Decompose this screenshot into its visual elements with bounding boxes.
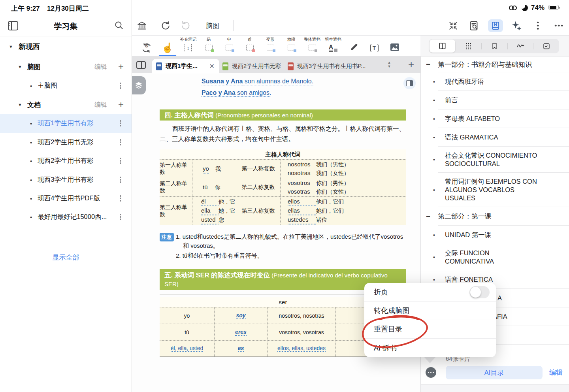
- split-view-icon[interactable]: [136, 61, 146, 69]
- segment-handwriting[interactable]: [508, 39, 533, 53]
- tab-doc-1-active[interactable]: 现西1学生... ✕: [152, 59, 219, 74]
- collapse-fullscreen-icon[interactable]: [448, 21, 458, 30]
- menu-item-convert-to-mindmap[interactable]: 转化成脑图: [364, 302, 496, 320]
- toc-item[interactable]: •语法 GRAMATICA: [421, 128, 569, 147]
- more-icon[interactable]: [120, 122, 121, 124]
- toc-label: 常用词汇例句 EJEMPLOS CON ALGUNOS VOCABLOS USU…: [445, 177, 540, 202]
- sidebar-item-doc-2[interactable]: • 现西2学生用书无彩: [0, 133, 132, 152]
- toc-item[interactable]: •字母表 ALFABETO: [421, 109, 569, 128]
- more-vertical-icon[interactable]: [537, 24, 539, 26]
- segment-bookmarks[interactable]: [482, 39, 507, 53]
- toc-section-1[interactable]: − 第一部分：书籍介绍与基础知识: [421, 57, 569, 72]
- annotation-toolbar: ⚙ ☝ 补充笔记 ↕ 易 中 难 变形 放缩: [132, 36, 420, 57]
- cell-subject: vosotros, vosotras: [279, 329, 324, 335]
- segment-card-grid[interactable]: [456, 39, 482, 53]
- collapse-icon[interactable]: −: [426, 212, 438, 221]
- toc-item[interactable]: •社会文化常识 CONOCIMIENTO SOCIOCULTURAL: [421, 147, 569, 173]
- tab-doc-3[interactable]: 现西3学生用书有彩: [284, 59, 341, 74]
- sidebar-group-documents[interactable]: ▼ 文档 编辑 +: [0, 95, 132, 114]
- more-icon[interactable]: [120, 85, 121, 87]
- segment-toc-book[interactable]: [430, 40, 455, 53]
- cell-zh: 他，它: [219, 198, 235, 206]
- more-icon[interactable]: [120, 141, 121, 143]
- menu-item-reset-toc[interactable]: 重置目录: [364, 320, 496, 339]
- sidebar-node-root[interactable]: ▼ 新现西: [0, 37, 132, 56]
- squiggle-icon: [516, 41, 525, 51]
- chevron-down-icon[interactable]: ▼: [18, 102, 22, 107]
- page-split-button[interactable]: [403, 77, 416, 89]
- close-icon[interactable]: ✕: [209, 62, 215, 70]
- toc-edit-button[interactable]: 编辑: [549, 368, 563, 377]
- status-time: 上午 9:27: [11, 4, 40, 13]
- pdf-sentence-2: Paco y Ana son amigos.: [202, 89, 271, 96]
- add-tab-button[interactable]: +: [408, 58, 414, 71]
- book-panel-icon-selected[interactable]: [488, 19, 503, 32]
- cell-zh: 我们（女性）: [316, 169, 349, 177]
- ai-sparkle-icon[interactable]: [511, 20, 522, 31]
- toc-label: 现代西班牙语: [445, 77, 484, 86]
- undo-icon[interactable]: [160, 20, 171, 31]
- more-horizontal-icon[interactable]: [558, 24, 560, 26]
- more-icon[interactable]: [120, 198, 121, 199]
- menu-item-fold-page[interactable]: 折页: [364, 283, 496, 302]
- more-icon[interactable]: [120, 179, 121, 181]
- selected-tool-indicator: [159, 55, 176, 56]
- cell-zh: 她，它: [219, 207, 235, 215]
- bullet-icon: •: [30, 139, 32, 146]
- toc-item[interactable]: •交际 FUNCION COMUNICATIVA: [421, 244, 569, 270]
- sidebar: 学习集 ▼ 新现西 ▼ 脑图 编辑 + • 主脑图 ▼ 文档 编辑 + •: [0, 16, 132, 392]
- image-tool[interactable]: [382, 37, 407, 54]
- segment-notes[interactable]: [533, 39, 559, 53]
- more-icon[interactable]: [120, 216, 121, 218]
- image-icon: [390, 43, 399, 53]
- chevron-down-icon[interactable]: ▼: [18, 64, 22, 69]
- sidebar-item-doc-4[interactable]: • 现西3学生用书有彩: [0, 170, 132, 189]
- table-row: 第一人称单数 yo我 第一人称复数 nosotros我们（男性） nosotra…: [160, 160, 406, 178]
- edit-documents-button[interactable]: 编辑: [94, 101, 107, 109]
- add-mindmap-button[interactable]: +: [118, 62, 124, 72]
- sidebar-item-doc-3[interactable]: • 现西2学生用书有彩: [0, 151, 132, 170]
- show-all-button[interactable]: 显示全部: [0, 253, 132, 262]
- search-icon[interactable]: [114, 21, 124, 32]
- toc-section-2[interactable]: − 第二部分：第一课: [421, 207, 569, 226]
- more-icon[interactable]: [120, 160, 121, 162]
- bullet-icon: •: [30, 177, 32, 183]
- pdf-paragraph: 西班牙语中的人称代词有主格、宾格、与格、属格和夺格之分。主格人称代词有第一、 二…: [160, 124, 409, 144]
- tab-doc-4[interactable]: 生用书P...: [341, 59, 378, 74]
- fold-page-toggle[interactable]: [469, 286, 490, 298]
- sidebar-item-doc-6[interactable]: • 最好用最好记15000西...: [0, 207, 132, 226]
- note-text: 2. tú和él在书写时带有重音符号。: [176, 252, 263, 260]
- library-icon[interactable]: [137, 21, 147, 31]
- sort-tabs-icon[interactable]: ▲▼: [385, 60, 393, 68]
- book-open-icon: [438, 41, 447, 51]
- sidebar-item-doc-1[interactable]: • 现西1学生用书有彩: [0, 114, 132, 133]
- toc-item[interactable]: •前言: [421, 91, 569, 109]
- edit-mindmap-button[interactable]: 编辑: [94, 63, 107, 71]
- bullet-icon: •: [433, 134, 435, 141]
- item-label: 现西3学生用书有彩: [38, 175, 93, 184]
- mindmap-breadcrumb[interactable]: 脑图: [206, 21, 219, 30]
- toc-more-button[interactable]: [426, 367, 436, 378]
- document-search-icon[interactable]: [469, 20, 479, 31]
- mask-rect-blue-icon: [226, 45, 233, 51]
- sidebar-group-mindmap[interactable]: ▼ 脑图 编辑 +: [0, 57, 132, 76]
- add-document-button[interactable]: +: [118, 100, 124, 109]
- menu-item-ai-split-book[interactable]: AI 拆书: [364, 339, 496, 357]
- sidebar-item-main-mindmap[interactable]: • 主脑图: [0, 76, 132, 95]
- layers-drawer-handle[interactable]: [132, 76, 146, 94]
- redo-icon[interactable]: [181, 20, 191, 31]
- layers-icon: [134, 81, 143, 90]
- chevron-down-icon[interactable]: ▼: [9, 44, 13, 49]
- toc-label: 前言: [445, 96, 458, 104]
- cell-subject: nosotros, nosotras: [279, 313, 324, 319]
- toc-item[interactable]: •现代西班牙语: [421, 72, 569, 91]
- pdf-sentence-1: Susana y Ana son alumnas de Manolo.: [202, 78, 313, 85]
- sidebar-item-doc-5[interactable]: • 现西4学生用书PDF版: [0, 189, 132, 208]
- ai-toc-button[interactable]: AI目录: [446, 366, 543, 379]
- tab-doc-2[interactable]: 现西2学生用书无彩: [219, 59, 284, 74]
- note-badge: 注意: [160, 233, 174, 241]
- toc-item[interactable]: •UNIDAD 第一课: [421, 226, 569, 244]
- ellipsis-icon: [430, 372, 432, 373]
- toc-item[interactable]: •常用词汇例句 EJEMPLOS CON ALGUNOS VOCABLOS US…: [421, 173, 569, 207]
- collapse-icon[interactable]: −: [426, 60, 438, 69]
